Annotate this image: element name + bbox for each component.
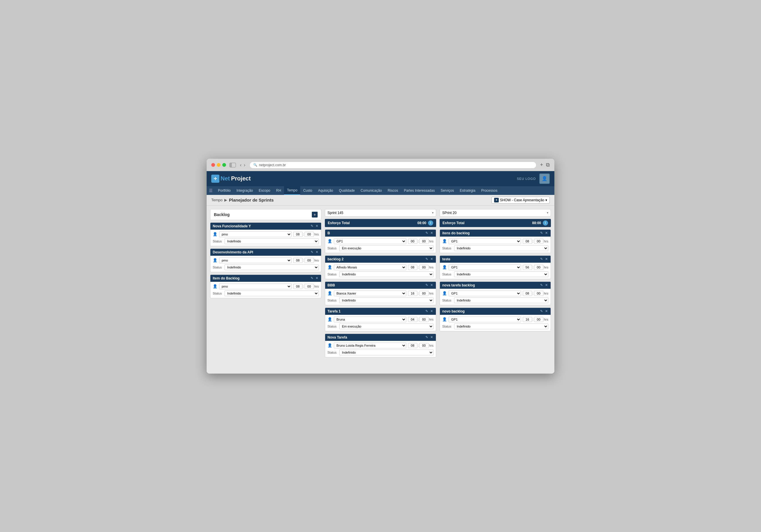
address-bar[interactable]: 🔍 netproject.com.br: [250, 162, 537, 169]
sprint2-item-teste-minutes-input[interactable]: [534, 265, 543, 270]
sprint1-item-bbb-status-select[interactable]: Indefinido: [339, 297, 434, 303]
sprint1-item-bbb-edit-button[interactable]: ✎: [425, 283, 429, 287]
sprint1-item-backlog2-hours-input[interactable]: [408, 265, 417, 270]
sprint1-item-nova-tarefa-edit-button[interactable]: ✎: [425, 335, 429, 339]
sprint1-item-backlog2-minutes-input[interactable]: [419, 265, 429, 270]
sprint2-effort-info-button[interactable]: i: [543, 220, 548, 226]
sprint1-item-bbb-hours-input[interactable]: [408, 291, 417, 296]
sprint2-item-nova-tarefa-backlog-hours-input[interactable]: [523, 291, 532, 296]
sprint1-item-b-status-select[interactable]: Em execução: [339, 245, 434, 251]
sprint2-item-itens-backlog-hours-input[interactable]: [523, 239, 532, 244]
backlog-item-2-assignee-select[interactable]: pmo: [219, 257, 292, 263]
sprint2-item-nova-tarefa-backlog-assignee-select[interactable]: GP1: [448, 291, 521, 296]
sprint2-item-nova-tarefa-backlog-delete-button[interactable]: ✕: [545, 283, 548, 287]
sprint1-item-b-hours-input[interactable]: [408, 239, 417, 244]
sprint1-item-backlog2-status-select[interactable]: Indefinido: [339, 271, 434, 277]
sprint1-item-b-edit-button[interactable]: ✎: [425, 231, 429, 235]
sprint1-item-tarefa1-hours-input[interactable]: [408, 317, 417, 322]
backlog-item-1-status-select[interactable]: Indefinido Em execução Concluído: [225, 239, 319, 244]
sidebar-toggle-button[interactable]: [229, 163, 236, 167]
sprint2-item-nova-tarefa-backlog-edit-button[interactable]: ✎: [540, 283, 543, 287]
sprint2-item-nova-tarefa-backlog-status-select[interactable]: Indefinido: [454, 297, 548, 303]
backlog-item-2-hours-input[interactable]: [293, 258, 303, 263]
sprint1-item-nova-tarefa-delete-button[interactable]: ✕: [430, 335, 434, 339]
backlog-item-3-edit-button[interactable]: ✎: [310, 276, 314, 280]
minimize-traffic-light[interactable]: [217, 163, 220, 167]
sprint1-item-tarefa1-minutes-input[interactable]: [419, 317, 429, 322]
sprint2-item-novo-backlog-edit-button[interactable]: ✎: [540, 309, 543, 313]
add-backlog-button[interactable]: +: [312, 212, 318, 218]
nav-item-riscos[interactable]: Riscos: [385, 186, 401, 194]
nav-item-servicos[interactable]: Serviços: [438, 186, 457, 194]
sprint2-item-itens-backlog-status-select[interactable]: Indefinido: [454, 245, 548, 251]
nav-item-comunicacao[interactable]: Comunicação: [358, 186, 384, 194]
sprint1-item-nova-tarefa-minutes-input[interactable]: [419, 343, 429, 348]
nav-item-portfolio[interactable]: Portfólio: [215, 186, 234, 194]
sprint2-item-itens-backlog-delete-button[interactable]: ✕: [545, 231, 548, 235]
nav-item-rh[interactable]: RH: [273, 186, 284, 194]
user-avatar[interactable]: 👤: [539, 174, 550, 184]
backlog-item-2-edit-button[interactable]: ✎: [310, 250, 314, 254]
backlog-item-1-edit-button[interactable]: ✎: [310, 224, 314, 228]
sprint1-item-bbb-minutes-input[interactable]: [419, 291, 429, 296]
backlog-item-3-status-select[interactable]: Indefinido: [225, 291, 319, 296]
sprint2-item-novo-backlog-minutes-input[interactable]: [534, 317, 543, 322]
sprint2-item-nova-tarefa-backlog-minutes-input[interactable]: [534, 291, 543, 296]
back-button[interactable]: ‹: [239, 162, 242, 168]
sprint2-item-teste-delete-button[interactable]: ✕: [545, 257, 548, 261]
sprint1-item-backlog2-assignee-select[interactable]: Alfredo Morais: [334, 264, 406, 270]
sprint2-item-novo-backlog-hours-input[interactable]: [523, 317, 532, 322]
backlog-item-2-minutes-input[interactable]: [305, 258, 314, 263]
close-traffic-light[interactable]: [211, 163, 215, 167]
sprint1-item-tarefa1-assignee-select[interactable]: Bruna: [334, 317, 406, 322]
sprint2-item-teste-hours-input[interactable]: [523, 265, 532, 270]
sprint2-item-itens-backlog-assignee-select[interactable]: GP1: [448, 239, 521, 244]
sprint1-item-b-assignee-select[interactable]: GP1: [334, 239, 406, 244]
nav-item-partes[interactable]: Partes Interessadas: [401, 186, 438, 194]
nav-item-aquisicao[interactable]: Aquisição: [315, 186, 336, 194]
sprint2-item-novo-backlog-status-select[interactable]: Indefinido: [454, 324, 548, 329]
sprint2-selector[interactable]: SPrint 20 ▾: [439, 209, 551, 217]
nav-item-escopo[interactable]: Escopo: [256, 186, 273, 194]
nav-item-qualidade[interactable]: Qualidade: [336, 186, 358, 194]
copy-tab-button[interactable]: ⧉: [546, 162, 550, 168]
backlog-item-3-minutes-input[interactable]: [305, 284, 314, 289]
sprint2-item-teste-status-select[interactable]: Indefinido: [454, 271, 548, 277]
sprint1-item-backlog2-edit-button[interactable]: ✎: [425, 257, 429, 261]
sprint1-item-bbb-delete-button[interactable]: ✕: [430, 283, 434, 287]
new-tab-button[interactable]: +: [540, 162, 543, 168]
backlog-item-1-minutes-input[interactable]: [305, 232, 314, 237]
backlog-item-3-assignee-select[interactable]: pmo: [219, 284, 292, 289]
sprint1-effort-info-button[interactable]: i: [428, 220, 433, 226]
sprint2-item-itens-backlog-edit-button[interactable]: ✎: [540, 231, 543, 235]
sprint1-item-tarefa1-delete-button[interactable]: ✕: [430, 309, 434, 313]
sprint1-item-tarefa1-status-select[interactable]: Em execução: [339, 324, 434, 329]
sprint2-item-teste-assignee-select[interactable]: GP1: [448, 264, 521, 270]
sprint1-item-nova-tarefa-status-select[interactable]: Indefinido: [339, 349, 434, 355]
sprint1-item-bbb-assignee-select[interactable]: Bianca Xavier: [334, 291, 406, 296]
sprint2-item-itens-backlog-minutes-input[interactable]: [534, 239, 543, 244]
sprint1-item-b-minutes-input[interactable]: [419, 239, 429, 244]
backlog-item-2-delete-button[interactable]: ✕: [315, 250, 319, 254]
backlog-item-1-hours-input[interactable]: [293, 232, 303, 237]
show-selector[interactable]: ✦ SHOW - Case Apresentação ▾: [492, 197, 550, 204]
sprint1-item-nova-tarefa-hours-input[interactable]: [408, 343, 417, 348]
sprint2-item-teste-edit-button[interactable]: ✎: [540, 257, 543, 261]
nav-item-custo[interactable]: Custo: [300, 186, 315, 194]
nav-item-estrategia[interactable]: Estratégia: [457, 186, 478, 194]
nav-menu-icon[interactable]: ☰: [209, 188, 213, 193]
sprint1-item-nova-tarefa-assignee-select[interactable]: Bruno Loiola Regis Ferreira: [334, 343, 406, 348]
sprint2-item-novo-backlog-assignee-select[interactable]: GP1: [448, 317, 521, 322]
backlog-item-3-delete-button[interactable]: ✕: [315, 276, 319, 280]
sprint1-selector[interactable]: Sprint 145 ▾: [325, 209, 436, 217]
nav-item-processos[interactable]: Processos: [478, 186, 500, 194]
nav-item-integracao[interactable]: Integração: [234, 186, 256, 194]
backlog-item-2-status-select[interactable]: Indefinido: [225, 264, 319, 270]
backlog-item-1-delete-button[interactable]: ✕: [315, 224, 319, 228]
backlog-item-1-assignee-select[interactable]: pmo: [219, 232, 292, 237]
maximize-traffic-light[interactable]: [222, 163, 226, 167]
backlog-item-3-hours-input[interactable]: [293, 284, 303, 289]
sprint1-item-backlog2-delete-button[interactable]: ✕: [430, 257, 434, 261]
sprint2-item-novo-backlog-delete-button[interactable]: ✕: [545, 309, 548, 313]
sprint1-item-tarefa1-edit-button[interactable]: ✎: [425, 309, 429, 313]
